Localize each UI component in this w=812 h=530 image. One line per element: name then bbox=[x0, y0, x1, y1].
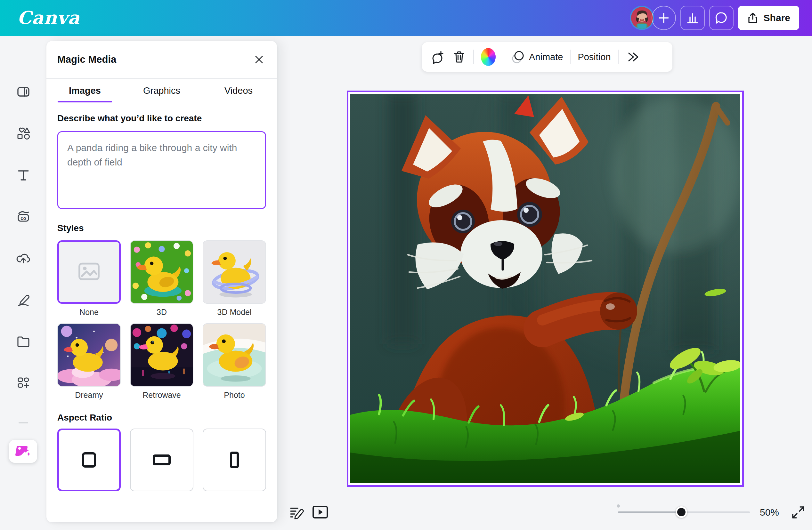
style-thumb-retrowave[interactable] bbox=[130, 323, 193, 387]
photo-duck-thumbnail bbox=[203, 324, 265, 386]
tab-images[interactable]: Images bbox=[46, 79, 123, 102]
style-label: None bbox=[57, 308, 121, 317]
style-thumb-3d-model[interactable] bbox=[203, 240, 266, 304]
magic-media-icon bbox=[15, 444, 31, 458]
3d-duck-thumbnail bbox=[131, 241, 193, 303]
style-thumb-dreamy[interactable] bbox=[57, 323, 121, 387]
sidebar-item-apps[interactable] bbox=[16, 376, 31, 391]
present-play-icon bbox=[312, 505, 329, 519]
delete-button[interactable] bbox=[452, 50, 466, 64]
apps-grid-icon bbox=[16, 376, 31, 391]
style-label: 3D Model bbox=[203, 308, 266, 317]
notes-button[interactable] bbox=[288, 503, 305, 521]
canvas-page[interactable] bbox=[347, 91, 744, 487]
add-member-button[interactable] bbox=[652, 6, 676, 30]
tab-images-label: Images bbox=[69, 86, 101, 96]
style-thumb-3d[interactable] bbox=[130, 240, 193, 304]
panel-body: Describe what you’d like to create Style… bbox=[46, 102, 277, 491]
dreamy-duck-thumbnail bbox=[58, 324, 120, 386]
comment-icon bbox=[714, 11, 728, 25]
portrait-ratio-icon bbox=[230, 452, 239, 468]
style-option-none[interactable]: None bbox=[57, 240, 121, 317]
style-option-photo[interactable]: Photo bbox=[203, 323, 266, 400]
style-option-3d[interactable]: 3D bbox=[130, 240, 193, 317]
panel-tabs: Images Graphics Videos bbox=[46, 79, 277, 102]
canva-logo[interactable]: Canva bbox=[17, 7, 80, 28]
style-thumb-none[interactable] bbox=[57, 240, 121, 304]
avatar[interactable] bbox=[630, 6, 654, 30]
aspect-option-square[interactable] bbox=[57, 429, 121, 491]
placeholder-image-icon bbox=[59, 242, 119, 302]
elements-icon bbox=[16, 126, 31, 141]
aspect-ratio-heading: Aspect Ratio bbox=[57, 413, 266, 423]
sidebar-item-brand[interactable]: co bbox=[16, 209, 31, 224]
folder-icon bbox=[16, 334, 31, 349]
aspect-option-landscape[interactable] bbox=[130, 429, 193, 491]
toolbar-divider bbox=[473, 49, 474, 64]
sidebar-item-projects[interactable] bbox=[16, 334, 31, 349]
style-option-dreamy[interactable]: Dreamy bbox=[57, 323, 121, 400]
panel-header: Magic Media bbox=[46, 41, 277, 79]
animate-icon bbox=[510, 49, 525, 64]
tab-graphics-label: Graphics bbox=[143, 86, 180, 96]
insights-button[interactable] bbox=[680, 6, 705, 30]
draw-pen-icon bbox=[16, 293, 31, 307]
uploads-cloud-icon bbox=[16, 251, 31, 266]
animate-label: Animate bbox=[529, 52, 563, 62]
sidebar-item-text[interactable] bbox=[16, 168, 31, 182]
close-panel-button[interactable] bbox=[252, 53, 266, 67]
tab-videos[interactable]: Videos bbox=[200, 79, 277, 102]
toolbar-divider bbox=[570, 49, 570, 64]
styles-grid: None bbox=[57, 240, 266, 400]
notes-icon bbox=[288, 504, 305, 520]
tab-videos-label: Videos bbox=[224, 86, 252, 96]
sidebar-item-uploads[interactable] bbox=[16, 251, 31, 266]
zoom-slider-fill bbox=[618, 512, 681, 513]
color-picker-button[interactable] bbox=[481, 48, 496, 66]
topbar: Canva bbox=[0, 0, 812, 36]
sidebar-divider bbox=[18, 422, 28, 424]
export-icon bbox=[747, 12, 758, 24]
landscape-ratio-icon bbox=[153, 455, 171, 465]
prompt-input[interactable] bbox=[57, 131, 266, 209]
selection-toolbar: Animate Position bbox=[422, 42, 672, 72]
sidebar-item-magic-media[interactable] bbox=[9, 440, 37, 463]
canva-editor: Canva bbox=[0, 0, 812, 530]
3d-model-duck-thumbnail bbox=[203, 241, 265, 303]
style-label: Photo bbox=[203, 391, 266, 400]
more-options-button[interactable] bbox=[626, 50, 640, 63]
style-label: 3D bbox=[130, 308, 193, 317]
present-button[interactable] bbox=[311, 504, 329, 520]
canvas-image[interactable] bbox=[350, 94, 740, 483]
color-wheel-icon bbox=[481, 48, 496, 66]
share-button[interactable]: Share bbox=[738, 6, 799, 30]
panel-title: Magic Media bbox=[57, 54, 116, 65]
toolbar-divider bbox=[618, 49, 619, 64]
aspect-option-portrait[interactable] bbox=[203, 429, 266, 491]
style-option-retrowave[interactable]: Retrowave bbox=[130, 323, 193, 400]
design-icon bbox=[16, 85, 31, 99]
style-thumb-photo[interactable] bbox=[203, 323, 266, 387]
sidebar-item-elements[interactable] bbox=[16, 126, 31, 141]
double-chevron-icon bbox=[626, 50, 640, 63]
add-comment-button[interactable] bbox=[430, 49, 445, 64]
style-option-3d-model[interactable]: 3D Model bbox=[203, 240, 266, 317]
topbar-actions: Share bbox=[630, 5, 799, 30]
sidebar-item-draw[interactable] bbox=[16, 293, 31, 307]
zoom-slider-knob[interactable] bbox=[676, 506, 687, 518]
fullscreen-button[interactable] bbox=[790, 504, 806, 520]
avatar-image bbox=[631, 7, 653, 29]
brand-icon: co bbox=[16, 209, 31, 224]
share-label: Share bbox=[764, 13, 790, 24]
tab-graphics[interactable]: Graphics bbox=[123, 79, 200, 102]
position-button[interactable]: Position bbox=[578, 52, 611, 62]
describe-label: Describe what you’d like to create bbox=[57, 113, 266, 123]
active-tab-underline bbox=[58, 101, 112, 102]
animate-button[interactable]: Animate bbox=[510, 49, 563, 64]
sidebar-item-design[interactable] bbox=[16, 85, 31, 99]
square-ratio-icon bbox=[82, 452, 96, 468]
trash-icon bbox=[452, 50, 466, 64]
comment-add-icon bbox=[430, 49, 445, 64]
sidebar: co bbox=[0, 36, 46, 530]
comments-button[interactable] bbox=[709, 6, 734, 30]
